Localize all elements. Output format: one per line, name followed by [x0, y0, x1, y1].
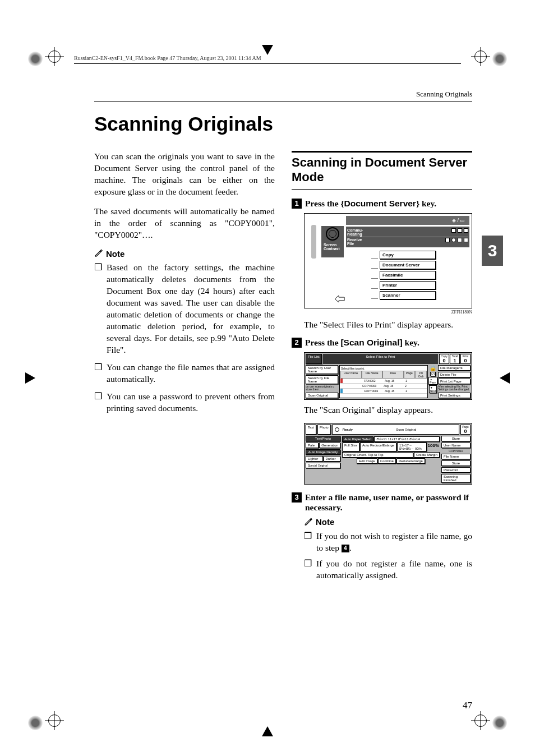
chapter-tab: 3 — [482, 236, 503, 266]
file-management-button[interactable]: File Managemt. — [438, 365, 471, 371]
step-number-badge: 3 — [292, 492, 302, 503]
crop-arrow-left — [25, 372, 35, 384]
screen-title: Scan Original — [356, 428, 456, 431]
ready-label: Ready — [343, 428, 353, 431]
panel-buttons: Copy Document Server Facsimile Printer S… — [346, 251, 469, 299]
crosshair-icon — [45, 711, 64, 730]
note-bullet-1-text: Based on the factory settings, the machi… — [107, 262, 275, 356]
sub-bullet-1: ❒ If you do not wish to register a file … — [304, 531, 472, 554]
crosshair-icon — [45, 47, 64, 66]
registration-mark-tr — [471, 47, 507, 68]
print-1st-page-button[interactable]: Print 1st Page — [438, 379, 471, 384]
section-title: Scanning in Document Server Mode — [292, 151, 472, 190]
scanning-finished-button[interactable]: Scanning Finished — [441, 474, 471, 483]
ratio-presets[interactable]: 11×17→ 5½×8½→ 93% — [397, 442, 426, 451]
copy-button[interactable]: Copy — [380, 251, 436, 259]
prev-button[interactable]: ▲ Prev. — [428, 377, 437, 385]
store-button[interactable]: Store — [441, 436, 471, 441]
left-column: You can scan the originals you want to s… — [94, 151, 275, 586]
orientation-button[interactable]: Original Orient. Top to Top — [342, 452, 413, 458]
step-number-badge: 2 — [292, 338, 302, 348]
text-tab[interactable]: Text — [306, 425, 316, 435]
step-4-ref-badge: 4 — [342, 545, 349, 552]
registration-mark-bl — [28, 711, 64, 732]
crop-arrow-right — [500, 372, 510, 384]
note-bullet-3-text: You can use a password to prevent others… — [107, 391, 275, 414]
search-user-name-button[interactable]: Search by User Name — [306, 365, 338, 374]
lighter-button[interactable]: Lighter — [306, 456, 323, 462]
delete-file-button[interactable]: Delete File — [438, 372, 471, 377]
pager-count: 1/1 — [430, 372, 436, 376]
password-button[interactable]: Password — [441, 467, 471, 473]
return-arrow-icon — [335, 294, 345, 305]
figure-1-caption: ZFFH180N — [304, 310, 472, 315]
page-content: Scanning Originals Scanning Originals Yo… — [94, 90, 472, 706]
contrast-knob-icon — [326, 227, 339, 241]
toolbar-icons: ◈/▭ — [452, 218, 466, 223]
registration-mark-br — [471, 711, 507, 732]
sub-bullet-2: ❒ If you do not register a file name, on… — [304, 558, 472, 582]
create-margin-button[interactable]: Create Margin — [414, 452, 440, 458]
photo-tab[interactable]: Photo — [317, 425, 331, 435]
bullet-icon: ❒ — [94, 362, 102, 385]
file-name-value: COPY0010 — [441, 449, 471, 453]
communicating-label: Commu- nicating — [347, 228, 402, 236]
table-row[interactable]: COPY0002 Aug. 15 1 — [340, 389, 427, 394]
scanner-button[interactable]: Scanner — [380, 291, 436, 299]
scan-original-button[interactable]: Scan Original — [306, 393, 338, 398]
text-photo-label: Text/Photo — [306, 436, 340, 441]
sub-bullet-1-text: If you do not wish to register a file na… — [316, 531, 472, 552]
note-bullet-3: ❒ You can use a password to prevent othe… — [94, 391, 275, 414]
note-heading-sub: Note — [304, 517, 472, 527]
bullet-icon: ❒ — [304, 531, 312, 554]
intro-para-2: The saved documents will automatically b… — [94, 206, 275, 241]
note-label-sub: Note — [316, 517, 334, 527]
hint-text: Select files to print. — [340, 366, 427, 371]
right-note: After selecting file, Print Settings can… — [438, 385, 471, 391]
punch-hole-icon — [28, 716, 43, 730]
file-list-tab[interactable]: File List — [306, 354, 322, 364]
auto-density-label: Auto Image Density — [306, 449, 340, 455]
pale-button[interactable]: Pale — [306, 442, 319, 448]
table-row[interactable]: FAX0002 Aug. 15 1 — [340, 379, 427, 384]
note-label: Note — [106, 249, 124, 259]
crop-arrow-top — [262, 45, 273, 55]
user-name-button[interactable]: User Name — [441, 442, 471, 448]
store-button-2[interactable]: Store — [441, 460, 471, 466]
bullet-icon: ❒ — [304, 558, 312, 582]
full-size-button[interactable]: Full Size — [342, 442, 359, 451]
bullet-icon: ❒ — [94, 391, 102, 414]
receive-file-label: Receive File — [347, 238, 402, 246]
search-file-name-button[interactable]: Search by File Name — [306, 375, 338, 384]
facsimile-button[interactable]: Facsimile — [380, 271, 436, 279]
crosshair-icon — [471, 47, 490, 66]
special-original-button[interactable]: Special Original — [306, 463, 340, 468]
side-note: ou can scan originals o store them. — [306, 385, 338, 391]
darker-button[interactable]: Darker — [324, 456, 341, 462]
combine-button[interactable]: Combine — [378, 458, 396, 464]
page-number: 47 — [463, 700, 472, 711]
reduce-enlarge-button[interactable]: Reduce/Enlarge — [396, 458, 425, 464]
auto-paper-select-button[interactable]: Auto Paper Select — [342, 436, 373, 442]
book-header: RussianC2-EN-sysF1_V4_FM.book Page 47 Th… — [74, 55, 461, 64]
table-row[interactable]: COPY0003 Aug. 15 2 — [340, 384, 427, 389]
document-server-button[interactable]: Document Server — [380, 261, 436, 269]
counters: Copy0 Total1 Print0 — [439, 354, 471, 364]
pencil-icon — [94, 248, 103, 259]
screen-title: Select Files to Print — [323, 354, 438, 364]
page-counter: Page0 — [460, 425, 471, 435]
step-2-result: The "Scan Original" display appears. — [304, 404, 472, 416]
note-bullet-2: ❒ You can change the file names that are… — [94, 362, 275, 385]
next-button[interactable]: ▼ Next — [429, 385, 437, 393]
auto-reduce-enlarge-button[interactable]: Auto Reduce/Enlarge — [360, 442, 396, 451]
bullet-icon: ❒ — [94, 262, 102, 356]
edit-image-button[interactable]: Edit Image — [357, 458, 377, 464]
generation-button[interactable]: Generation — [319, 442, 340, 448]
print-settings-button[interactable]: Print Settings — [438, 393, 471, 398]
file-name-button[interactable]: File Name — [441, 454, 471, 459]
crosshair-icon — [471, 711, 490, 730]
scan-original-key-label: [Scan Original] — [340, 338, 402, 347]
step-1-result: The "Select Files to Print" display appe… — [304, 319, 472, 331]
punch-hole-icon — [492, 52, 507, 66]
printer-button[interactable]: Printer — [380, 281, 436, 289]
